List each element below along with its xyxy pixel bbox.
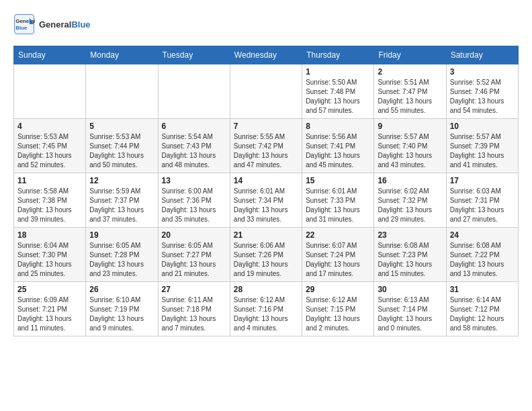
weekday-header-saturday: Saturday <box>446 46 518 64</box>
logo-text: GeneralBlue <box>39 19 91 30</box>
weekday-header-monday: Monday <box>86 46 158 64</box>
day-detail: Sunrise: 6:01 AM Sunset: 7:33 PM Dayligh… <box>306 187 370 224</box>
calendar-cell: 19Sunrise: 6:05 AM Sunset: 7:28 PM Dayli… <box>86 228 158 282</box>
day-detail: Sunrise: 5:51 AM Sunset: 7:47 PM Dayligh… <box>378 78 442 116</box>
calendar-cell: 26Sunrise: 6:10 AM Sunset: 7:19 PM Dayli… <box>86 282 158 336</box>
calendar-week-row: 25Sunrise: 6:09 AM Sunset: 7:21 PM Dayli… <box>14 282 519 336</box>
calendar-cell: 5Sunrise: 5:53 AM Sunset: 7:44 PM Daylig… <box>86 119 158 173</box>
weekday-header-sunday: Sunday <box>14 46 86 64</box>
day-detail: Sunrise: 5:55 AM Sunset: 7:42 PM Dayligh… <box>234 132 298 170</box>
calendar-cell: 30Sunrise: 6:13 AM Sunset: 7:14 PM Dayli… <box>374 282 446 336</box>
calendar-week-row: 18Sunrise: 6:04 AM Sunset: 7:30 PM Dayli… <box>14 228 519 282</box>
calendar-cell: 13Sunrise: 6:00 AM Sunset: 7:36 PM Dayli… <box>158 173 230 228</box>
day-number: 25 <box>17 285 82 294</box>
day-detail: Sunrise: 6:08 AM Sunset: 7:22 PM Dayligh… <box>450 241 515 279</box>
day-detail: Sunrise: 6:11 AM Sunset: 7:18 PM Dayligh… <box>162 295 226 333</box>
calendar-cell: 20Sunrise: 6:05 AM Sunset: 7:27 PM Dayli… <box>158 228 230 282</box>
day-number: 27 <box>162 285 226 294</box>
calendar-cell: 10Sunrise: 5:57 AM Sunset: 7:39 PM Dayli… <box>446 119 518 173</box>
day-detail: Sunrise: 6:01 AM Sunset: 7:34 PM Dayligh… <box>234 187 298 224</box>
day-detail: Sunrise: 5:59 AM Sunset: 7:37 PM Dayligh… <box>89 187 154 224</box>
calendar-cell <box>86 64 158 119</box>
day-number: 10 <box>450 122 515 131</box>
calendar-cell: 3Sunrise: 5:52 AM Sunset: 7:46 PM Daylig… <box>446 64 518 119</box>
calendar-cell <box>14 64 86 119</box>
calendar-cell: 28Sunrise: 6:12 AM Sunset: 7:16 PM Dayli… <box>230 282 302 336</box>
calendar-table: SundayMondayTuesdayWednesdayThursdayFrid… <box>13 46 519 336</box>
calendar-cell: 6Sunrise: 5:54 AM Sunset: 7:43 PM Daylig… <box>158 119 230 173</box>
weekday-header-friday: Friday <box>374 46 446 64</box>
day-number: 29 <box>306 285 370 294</box>
weekday-header-thursday: Thursday <box>302 46 374 64</box>
day-number: 18 <box>17 230 82 240</box>
calendar-cell: 22Sunrise: 6:07 AM Sunset: 7:24 PM Dayli… <box>302 228 374 282</box>
logo-icon: General Blue <box>13 13 35 35</box>
day-number: 7 <box>234 122 298 131</box>
calendar-cell: 27Sunrise: 6:11 AM Sunset: 7:18 PM Dayli… <box>158 282 230 336</box>
day-detail: Sunrise: 6:05 AM Sunset: 7:27 PM Dayligh… <box>162 241 226 279</box>
calendar-cell: 1Sunrise: 5:50 AM Sunset: 7:48 PM Daylig… <box>302 64 374 119</box>
calendar-cell: 15Sunrise: 6:01 AM Sunset: 7:33 PM Dayli… <box>302 173 374 228</box>
day-detail: Sunrise: 6:07 AM Sunset: 7:24 PM Dayligh… <box>306 241 370 279</box>
day-detail: Sunrise: 6:13 AM Sunset: 7:14 PM Dayligh… <box>378 295 442 333</box>
calendar-cell: 16Sunrise: 6:02 AM Sunset: 7:32 PM Dayli… <box>374 173 446 228</box>
calendar-cell: 4Sunrise: 5:53 AM Sunset: 7:45 PM Daylig… <box>14 119 86 173</box>
day-number: 17 <box>450 176 515 185</box>
calendar-cell <box>158 64 230 119</box>
day-detail: Sunrise: 5:56 AM Sunset: 7:41 PM Dayligh… <box>306 132 370 170</box>
calendar-week-row: 1Sunrise: 5:50 AM Sunset: 7:48 PM Daylig… <box>14 64 519 119</box>
calendar-cell: 18Sunrise: 6:04 AM Sunset: 7:30 PM Dayli… <box>14 228 86 282</box>
day-detail: Sunrise: 6:02 AM Sunset: 7:32 PM Dayligh… <box>378 187 442 224</box>
calendar-cell: 31Sunrise: 6:14 AM Sunset: 7:12 PM Dayli… <box>446 282 518 336</box>
calendar-cell: 21Sunrise: 6:06 AM Sunset: 7:26 PM Dayli… <box>230 228 302 282</box>
calendar-cell: 29Sunrise: 6:12 AM Sunset: 7:15 PM Dayli… <box>302 282 374 336</box>
day-detail: Sunrise: 6:12 AM Sunset: 7:15 PM Dayligh… <box>306 295 370 333</box>
day-detail: Sunrise: 6:09 AM Sunset: 7:21 PM Dayligh… <box>17 295 82 333</box>
weekday-header-tuesday: Tuesday <box>158 46 230 64</box>
day-number: 3 <box>450 67 515 77</box>
weekday-header-row: SundayMondayTuesdayWednesdayThursdayFrid… <box>14 46 519 64</box>
calendar-cell: 11Sunrise: 5:58 AM Sunset: 7:38 PM Dayli… <box>14 173 86 228</box>
logo: General Blue GeneralBlue <box>13 13 91 35</box>
day-number: 2 <box>378 67 442 77</box>
day-number: 22 <box>306 230 370 240</box>
day-detail: Sunrise: 6:10 AM Sunset: 7:19 PM Dayligh… <box>89 295 154 333</box>
calendar-cell: 14Sunrise: 6:01 AM Sunset: 7:34 PM Dayli… <box>230 173 302 228</box>
day-number: 23 <box>378 230 442 240</box>
day-number: 1 <box>306 67 370 77</box>
calendar-cell: 17Sunrise: 6:03 AM Sunset: 7:31 PM Dayli… <box>446 173 518 228</box>
day-number: 11 <box>17 176 82 185</box>
day-number: 13 <box>162 176 226 185</box>
day-detail: Sunrise: 6:04 AM Sunset: 7:30 PM Dayligh… <box>17 241 82 279</box>
calendar-cell <box>230 64 302 119</box>
day-number: 16 <box>378 176 442 185</box>
day-number: 6 <box>162 122 226 131</box>
day-number: 12 <box>89 176 154 185</box>
day-number: 31 <box>450 285 515 294</box>
day-detail: Sunrise: 6:06 AM Sunset: 7:26 PM Dayligh… <box>234 241 298 279</box>
day-detail: Sunrise: 5:53 AM Sunset: 7:45 PM Dayligh… <box>17 132 82 170</box>
calendar-cell: 12Sunrise: 5:59 AM Sunset: 7:37 PM Dayli… <box>86 173 158 228</box>
calendar-week-row: 11Sunrise: 5:58 AM Sunset: 7:38 PM Dayli… <box>14 173 519 228</box>
day-detail: Sunrise: 5:52 AM Sunset: 7:46 PM Dayligh… <box>450 78 515 116</box>
day-number: 14 <box>234 176 298 185</box>
calendar-cell: 8Sunrise: 5:56 AM Sunset: 7:41 PM Daylig… <box>302 119 374 173</box>
day-number: 5 <box>89 122 154 131</box>
calendar-cell: 2Sunrise: 5:51 AM Sunset: 7:47 PM Daylig… <box>374 64 446 119</box>
calendar-cell: 7Sunrise: 5:55 AM Sunset: 7:42 PM Daylig… <box>230 119 302 173</box>
day-detail: Sunrise: 6:08 AM Sunset: 7:23 PM Dayligh… <box>378 241 442 279</box>
day-number: 4 <box>17 122 82 131</box>
calendar-cell: 25Sunrise: 6:09 AM Sunset: 7:21 PM Dayli… <box>14 282 86 336</box>
day-detail: Sunrise: 5:53 AM Sunset: 7:44 PM Dayligh… <box>89 132 154 170</box>
day-detail: Sunrise: 6:14 AM Sunset: 7:12 PM Dayligh… <box>450 295 515 333</box>
day-number: 8 <box>306 122 370 131</box>
svg-text:Blue: Blue <box>15 25 28 31</box>
calendar-cell: 9Sunrise: 5:57 AM Sunset: 7:40 PM Daylig… <box>374 119 446 173</box>
calendar-cell: 23Sunrise: 6:08 AM Sunset: 7:23 PM Dayli… <box>374 228 446 282</box>
day-detail: Sunrise: 5:58 AM Sunset: 7:38 PM Dayligh… <box>17 187 82 224</box>
page-header: General Blue GeneralBlue <box>13 13 519 35</box>
day-detail: Sunrise: 5:50 AM Sunset: 7:48 PM Dayligh… <box>306 78 370 116</box>
day-number: 24 <box>450 230 515 240</box>
calendar-cell: 24Sunrise: 6:08 AM Sunset: 7:22 PM Dayli… <box>446 228 518 282</box>
day-number: 30 <box>378 285 442 294</box>
